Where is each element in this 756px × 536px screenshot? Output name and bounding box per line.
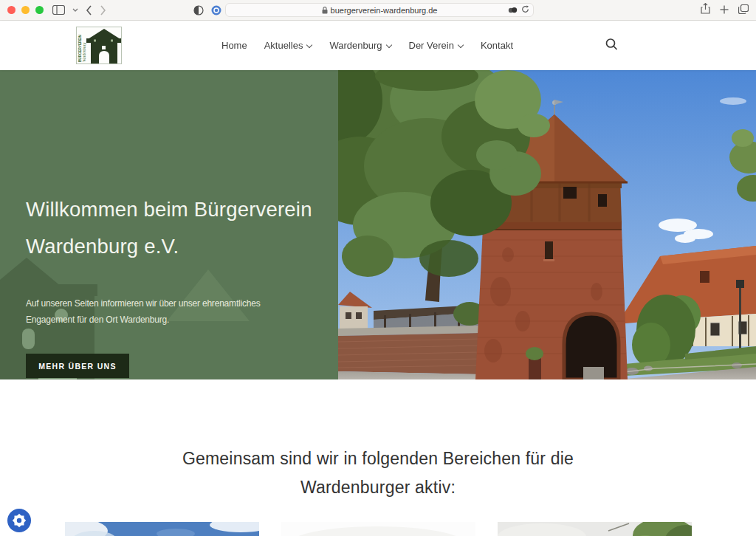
page-appearance-icon[interactable] (193, 5, 204, 18)
site-logo[interactable]: BÜRGERVEREIN Wardenburg (76, 27, 122, 64)
activity-card-3[interactable] (498, 522, 692, 536)
search-icon[interactable] (605, 38, 618, 53)
share-icon[interactable] (701, 3, 710, 17)
hero-photo (338, 70, 756, 379)
main-navigation: Home Aktuelles Wardenburg Der Verein Kon… (221, 21, 513, 70)
forward-icon[interactable] (100, 3, 106, 18)
back-icon[interactable] (86, 3, 92, 18)
zoom-button[interactable] (35, 6, 44, 14)
hero-subtitle: Auf unseren Seiten informieren wir über … (26, 296, 286, 328)
site-header: BÜRGERVEREIN Wardenburg Home Aktuelles W… (0, 21, 756, 70)
sidebar-icon[interactable] (52, 3, 65, 18)
lock-icon (322, 7, 328, 14)
nav-item-home[interactable]: Home (221, 40, 247, 51)
mehr-ueber-uns-button[interactable]: MEHR ÜBER UNS (26, 354, 129, 378)
nav-item-wardenburg[interactable]: Wardenburg (329, 40, 391, 51)
site-zoom-icon[interactable] (508, 6, 518, 15)
cookie-settings-flower-icon (5, 506, 33, 535)
nav-label: Kontakt (481, 40, 513, 51)
new-tab-icon[interactable] (720, 4, 729, 17)
extension-icon[interactable] (211, 5, 221, 18)
window-controls (7, 6, 44, 14)
logo-text-line2: Wardenburg (82, 42, 86, 62)
cookie-settings-button[interactable] (5, 506, 33, 535)
hero-title: Willkommen beim Bürgerverein Wardenburg … (26, 191, 338, 265)
chevron-down-icon (386, 42, 392, 48)
safari-window: buergerverein-wardenburg.de (0, 0, 756, 536)
chevron-down-icon (306, 42, 312, 48)
address-domain: buergerverein-wardenburg.de (331, 6, 438, 15)
close-button[interactable] (7, 6, 16, 14)
address-bar[interactable]: buergerverein-wardenburg.de (225, 3, 534, 17)
nav-item-kontakt[interactable]: Kontakt (481, 40, 513, 51)
reload-icon[interactable] (521, 5, 529, 15)
chevron-down-icon (458, 42, 464, 48)
activity-card-1[interactable] (65, 522, 259, 536)
hero-section: Willkommen beim Bürgerverein Wardenburg … (0, 70, 756, 379)
nav-label: Wardenburg (329, 40, 382, 51)
nav-label: Aktuelles (264, 40, 303, 51)
intro-section: Gemeinsam sind wir in folgenden Bereiche… (0, 379, 756, 502)
nav-label: Home (221, 40, 247, 51)
activity-cards-row (65, 522, 692, 536)
nav-label: Der Verein (409, 40, 454, 51)
intro-heading: Gemeinsam sind wir in folgenden Bereiche… (157, 444, 599, 502)
hero-text-panel: Willkommen beim Bürgerverein Wardenburg … (0, 70, 338, 379)
chevron-down-icon[interactable] (72, 3, 78, 18)
browser-toolbar: buergerverein-wardenburg.de (0, 0, 756, 21)
nav-item-der-verein[interactable]: Der Verein (409, 40, 464, 51)
activity-card-2[interactable] (281, 522, 475, 536)
nav-item-aktuelles[interactable]: Aktuelles (264, 40, 313, 51)
tab-overview-icon[interactable] (738, 4, 749, 17)
minimize-button[interactable] (21, 6, 30, 14)
